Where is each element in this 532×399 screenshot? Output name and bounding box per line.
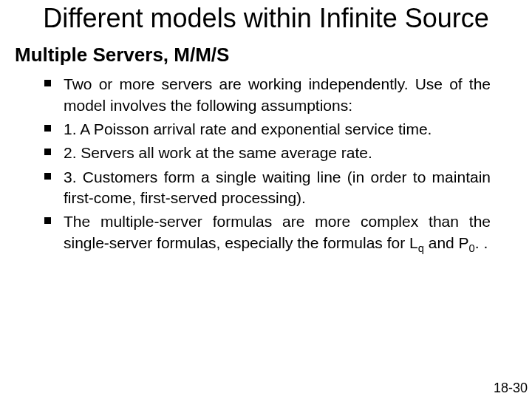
list-item: 1. A Poisson arrival rate and exponentia…: [41, 119, 491, 140]
list-item: The multiple-server formulas are more co…: [41, 211, 491, 253]
list-item: 2. Servers all work at the same average …: [41, 143, 491, 163]
slide: Different models within Infinite Source …: [0, 0, 532, 399]
bullet-list: Two or more servers are working independ…: [41, 74, 491, 253]
page-number: 18-30: [494, 381, 528, 396]
slide-title: Different models within Infinite Source: [0, 0, 532, 39]
list-item: Two or more servers are working independ…: [41, 74, 491, 116]
list-item: 3. Customers form a single waiting line …: [41, 167, 491, 209]
slide-body: Two or more servers are working independ…: [0, 74, 532, 253]
slide-subtitle: Multiple Servers, M/M/S: [0, 39, 532, 74]
